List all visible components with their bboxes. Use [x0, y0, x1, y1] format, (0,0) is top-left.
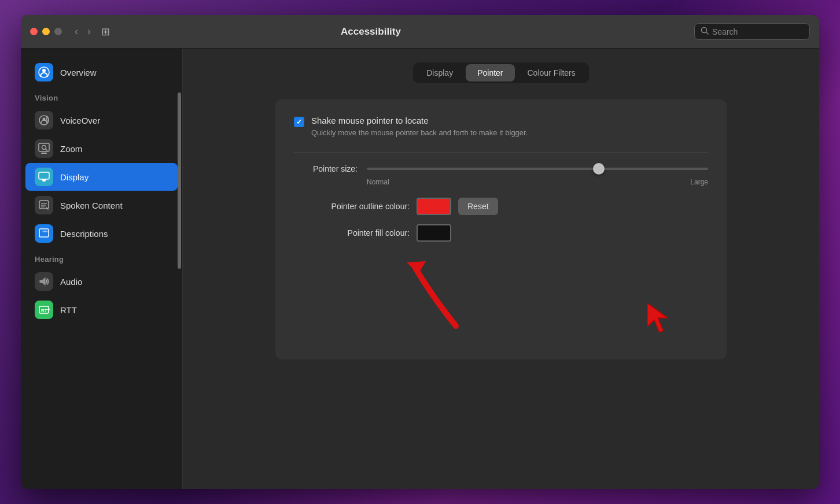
sidebar-item-zoom-label: Zoom	[60, 144, 82, 154]
main-window: ‹ › ⊞ Accessibility Search	[21, 15, 819, 489]
pointer-outline-row: Pointer outline colour: Reset	[294, 198, 708, 215]
sidebar-item-display-label: Display	[60, 172, 89, 182]
sidebar-item-descriptions[interactable]: "" Descriptions	[25, 220, 178, 247]
sidebar-item-overview-label: Overview	[60, 68, 97, 77]
window-title: Accessibility	[47, 26, 694, 38]
pointer-size-label: Pointer size:	[294, 164, 358, 173]
pointer-fill-label: Pointer fill colour:	[294, 228, 410, 238]
pointer-size-row: Pointer size:	[294, 164, 708, 173]
arrow-annotation	[294, 251, 708, 343]
sidebar-item-descriptions-label: Descriptions	[60, 229, 108, 239]
divider-1	[294, 152, 708, 153]
tab-display[interactable]: Display	[415, 64, 465, 81]
pointer-fill-swatch[interactable]	[417, 224, 451, 242]
shake-title: Shake mouse pointer to locate	[311, 116, 708, 125]
svg-line-1	[706, 32, 709, 35]
shake-row: ✓ Shake mouse pointer to locate Quickly …	[294, 116, 708, 138]
svg-text:"": ""	[42, 230, 48, 236]
sidebar-item-voiceover[interactable]: VoiceOver	[25, 106, 178, 134]
section-hearing: Hearing	[21, 248, 182, 267]
sidebar-item-display[interactable]: Display	[25, 163, 178, 191]
audio-icon	[35, 272, 53, 291]
search-box[interactable]: Search	[694, 23, 810, 40]
content-panel: ✓ Shake mouse pointer to locate Quickly …	[275, 99, 727, 360]
overview-icon	[35, 63, 53, 81]
search-icon	[701, 27, 709, 36]
svg-rect-8	[41, 153, 47, 154]
sidebar-item-voiceover-label: VoiceOver	[60, 116, 100, 125]
sidebar-item-rtt[interactable]: RTT RTT	[25, 296, 178, 324]
svg-point-2	[42, 69, 46, 72]
pointer-outline-label: Pointer outline colour:	[294, 202, 410, 211]
titlebar: ‹ › ⊞ Accessibility Search	[21, 15, 819, 49]
pointer-outline-swatch[interactable]	[417, 198, 451, 215]
close-button[interactable]	[30, 28, 38, 35]
svg-rect-6	[39, 143, 49, 151]
main-content: Overview Vision VoiceOver	[21, 49, 819, 489]
sidebar-item-spoken-content-label: Spoken Content	[60, 201, 123, 210]
svg-rect-11	[42, 179, 46, 180]
display-icon	[35, 168, 53, 186]
descriptions-icon: ""	[35, 224, 53, 243]
shake-desc: Quickly move the mouse pointer back and …	[311, 128, 708, 138]
tab-colour-filters[interactable]: Colour Filters	[516, 64, 587, 81]
pointer-size-slider[interactable]	[367, 168, 708, 170]
rtt-icon: RTT	[35, 301, 53, 319]
sidebar-item-spoken-content[interactable]: Spoken Content	[25, 191, 178, 219]
slider-labels: Normal Large	[367, 178, 708, 186]
tabs-container: Display Pointer Colour Filters	[413, 62, 589, 83]
svg-rect-10	[42, 180, 46, 181]
sidebar-item-rtt-label: RTT	[60, 305, 77, 315]
tab-pointer[interactable]: Pointer	[466, 64, 514, 81]
reset-button[interactable]: Reset	[458, 198, 498, 215]
shake-checkbox[interactable]: ✓	[294, 117, 304, 127]
zoom-icon	[35, 139, 53, 158]
right-panel: Display Pointer Colour Filters ✓ Shake m…	[183, 49, 819, 489]
spoken-content-icon	[35, 196, 53, 214]
slider-label-normal: Normal	[367, 178, 389, 186]
cursor-icon	[644, 301, 673, 338]
sidebar-item-zoom[interactable]: Zoom	[25, 135, 178, 162]
slider-label-large: Large	[690, 178, 708, 186]
svg-rect-12	[39, 201, 49, 209]
voiceover-icon	[35, 111, 53, 129]
shake-text: Shake mouse pointer to locate Quickly mo…	[311, 116, 708, 138]
svg-rect-9	[39, 172, 49, 179]
sidebar-item-audio[interactable]: Audio	[25, 268, 178, 295]
checkbox-checkmark: ✓	[296, 118, 302, 126]
svg-text:RTT: RTT	[41, 308, 50, 313]
sidebar-item-overview[interactable]: Overview	[25, 58, 178, 86]
pointer-fill-row: Pointer fill colour:	[294, 224, 708, 242]
slider-thumb[interactable]	[593, 163, 605, 175]
annotation-arrow	[386, 251, 502, 338]
sidebar-item-audio-label: Audio	[60, 277, 82, 287]
section-vision: Vision	[21, 87, 182, 106]
sidebar-scrollbar[interactable]	[178, 92, 181, 269]
sidebar: Overview Vision VoiceOver	[21, 49, 183, 489]
search-placeholder: Search	[712, 27, 738, 36]
